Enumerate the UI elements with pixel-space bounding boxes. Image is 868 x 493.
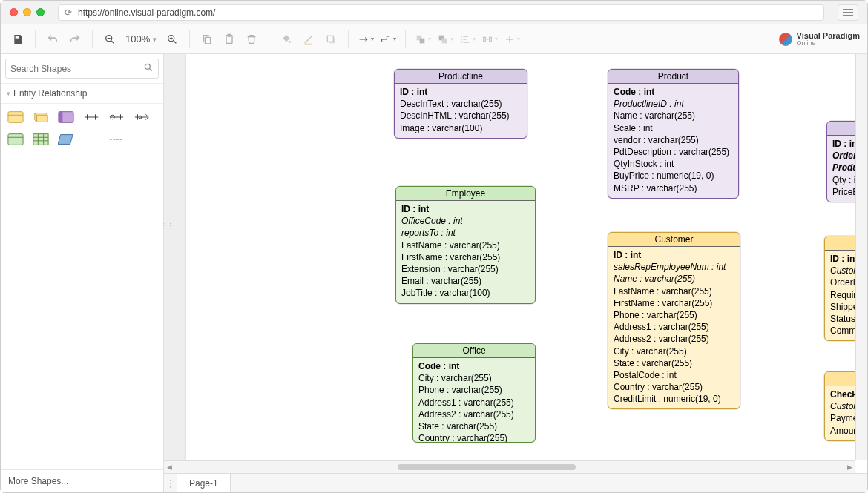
zoom-dropdown-icon[interactable]: ▾ [153, 36, 157, 43]
search-icon[interactable] [143, 62, 154, 75]
entity-body: ID : intDescInText : varchar(255)DescInH… [395, 84, 527, 138]
entity-attr: FirstName : varchar(255) [401, 251, 530, 263]
entity-body: ID : intsalesRepEmployeeNum : intName : … [608, 247, 740, 408]
svg-rect-17 [59, 112, 63, 123]
shape-palette [1, 104, 163, 153]
entity-attr: Phone : varchar(255) [418, 384, 530, 396]
panel-entity-relationship[interactable]: Entity Relationship [1, 83, 163, 104]
entity-header: Office [413, 344, 535, 358]
zoom-in-button[interactable] [162, 30, 182, 49]
entity-header: Product [608, 70, 738, 84]
align-button[interactable]: ▾ [458, 30, 477, 49]
entity-attr: Code : int [614, 86, 733, 98]
app-window: ⟳ https://online.visual-paradigm.com/ 10… [0, 0, 868, 493]
entity-attr: Name : varchar(255) [614, 273, 734, 285]
entity-attr: Country : varchar(255) [614, 381, 734, 393]
page-grip[interactable]: ⋮ [164, 474, 177, 492]
window-traffic-lights [10, 8, 45, 16]
search-shapes[interactable] [5, 59, 159, 79]
connector-style-button[interactable]: ▾ [356, 30, 375, 49]
entity-attr: Address1 : varchar(255) [614, 321, 734, 333]
entity-customer[interactable]: Customer ID : intsalesRepEmployeeNum : i… [608, 232, 740, 409]
line-color-button[interactable] [299, 30, 318, 49]
shape-entity-blue-skew[interactable] [57, 132, 75, 147]
entity-attr: DescInHTML : varchar(255) [400, 110, 522, 122]
entity-product[interactable]: Product Code : intProductlineID : intNam… [608, 69, 739, 199]
fill-color-button[interactable] [277, 30, 296, 49]
entity-attr: Extension : varchar(255) [401, 263, 530, 275]
shadow-button[interactable] [321, 30, 341, 49]
sidebar: Entity Relationship More Shapes... [1, 54, 164, 492]
shape-line-dashed[interactable] [108, 132, 125, 147]
window-minimize-icon[interactable] [23, 8, 31, 16]
entity-attr: Country : varchar(255) [418, 432, 530, 443]
entity-body: Code : intProductlineID : intName : varc… [608, 84, 738, 198]
more-shapes-button[interactable]: More Shapes... [1, 469, 163, 492]
page-tab-1[interactable]: Page-1 [177, 474, 231, 492]
svg-rect-11 [484, 37, 486, 41]
entity-attr: Name : varchar(255) [614, 110, 733, 122]
shape-rel-zeroone[interactable] [108, 110, 125, 125]
scrollbar-vertical[interactable] [855, 54, 867, 460]
entity-employee[interactable]: Employee ID : intOfficeCode : intreports… [395, 186, 536, 304]
svg-rect-10 [442, 38, 447, 43]
url-bar[interactable]: ⟳ https://online.visual-paradigm.com/ [58, 4, 824, 21]
app-logo[interactable]: Visual Paradigm Online [779, 32, 860, 47]
save-button[interactable] [8, 30, 27, 49]
redo-button[interactable] [65, 30, 85, 49]
hamburger-menu-button[interactable] [838, 4, 858, 21]
entity-attr: ID : int [401, 203, 530, 215]
to-front-button[interactable]: ▾ [413, 30, 433, 49]
entity-attr: DescInText : varchar(255) [400, 98, 522, 110]
search-shapes-input[interactable] [10, 64, 143, 74]
zoom-value[interactable]: 100% [125, 33, 150, 44]
waypoint-style-button[interactable]: ▾ [378, 30, 398, 49]
window-close-icon[interactable] [10, 8, 18, 16]
shape-rel-one[interactable] [82, 110, 100, 125]
shape-entity-3d-yellow[interactable] [32, 110, 50, 125]
entity-attr: Address1 : varchar(255) [418, 397, 530, 408]
svg-rect-12 [490, 37, 492, 41]
canvas[interactable]: Productline ID : intDescInText : varchar… [164, 54, 867, 473]
shape-entity-yellow[interactable] [7, 110, 24, 125]
logo-icon [779, 33, 792, 46]
delete-button[interactable] [242, 30, 261, 49]
window-zoom-icon[interactable] [36, 8, 45, 16]
entity-attr: reportsTo : int [401, 227, 530, 239]
shape-entity-grid-green[interactable] [32, 132, 50, 147]
entity-header: Productline [395, 70, 527, 84]
add-button[interactable]: ▾ [502, 30, 522, 49]
reload-icon[interactable]: ⟳ [65, 7, 72, 18]
zoom-out-button[interactable] [100, 30, 119, 49]
distribute-button[interactable]: ▾ [480, 30, 499, 49]
shape-rel-many[interactable] [133, 110, 151, 125]
url-text: https://online.visual-paradigm.com/ [78, 7, 215, 18]
entity-attr: PdtDescription : varchar(255) [614, 146, 733, 158]
entity-header: Customer [608, 233, 740, 247]
entity-office[interactable]: Office Code : intCity : varchar(255)Phon… [412, 343, 536, 443]
entity-productline[interactable]: Productline ID : intDescInText : varchar… [394, 69, 527, 139]
shape-entity-purple[interactable] [57, 110, 75, 125]
svg-rect-8 [420, 38, 425, 43]
entity-attr: BuyPrice : numeric(19, 0) [614, 170, 733, 182]
logo-title: Visual Paradigm [797, 32, 860, 40]
entity-attr: JobTitle : varchar(100) [401, 287, 530, 299]
undo-button[interactable] [43, 30, 62, 49]
body: Entity Relationship More Shapes... [1, 54, 867, 492]
entity-header: Employee [396, 187, 535, 201]
entity-attr: Address2 : varchar(255) [418, 408, 530, 420]
shape-entity-blue[interactable] [82, 132, 100, 147]
copy-button[interactable] [197, 30, 217, 49]
entity-attr: City : varchar(255) [614, 345, 734, 357]
svg-rect-6 [328, 36, 334, 42]
sidebar-splitter[interactable]: ⋮⋮ [163, 215, 171, 237]
shape-entity-green[interactable] [7, 132, 24, 147]
paste-button[interactable] [220, 30, 239, 49]
entity-attr: ID : int [614, 249, 734, 261]
to-back-button[interactable]: ▾ [435, 30, 455, 49]
entity-attr: salesRepEmployeeNum : int [614, 261, 734, 273]
scrollbar-horizontal[interactable] [164, 460, 855, 473]
entity-attr: vendor : varchar(255) [614, 134, 733, 146]
entity-attr: Address2 : varchar(255) [614, 333, 734, 345]
entity-attr: State : varchar(255) [418, 420, 530, 432]
